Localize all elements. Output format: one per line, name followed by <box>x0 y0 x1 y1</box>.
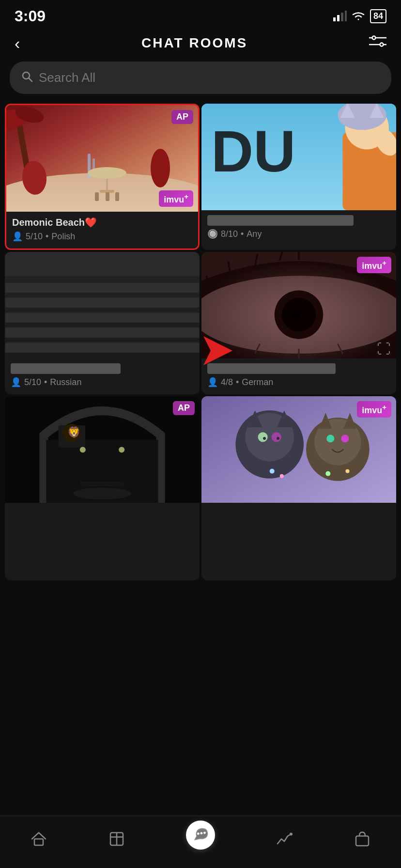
svg-text:⛶: ⛶ <box>377 342 390 357</box>
status-icons: 84 <box>333 9 386 23</box>
occupancy-icon-1: 👤 <box>12 231 23 242</box>
room-info-2: 🔘 8/10 • Any <box>201 210 396 246</box>
signal-icon <box>333 11 347 21</box>
svg-point-83 <box>290 833 293 836</box>
room-card-1[interactable]: AP imvu+ Demonic Beach❤️ 👤 5/10 • Polish <box>5 104 200 250</box>
room-image-2: DU <box>201 104 396 210</box>
occupancy-1: 5/10 <box>26 232 43 242</box>
room-card-2[interactable]: DU 🔘 8/10 • Any <box>201 104 396 250</box>
search-bar[interactable] <box>10 62 391 94</box>
language-4: German <box>242 377 273 388</box>
svg-point-70 <box>325 471 330 476</box>
room-card-6[interactable]: ● ● imvu+ <box>201 396 396 580</box>
language-3: Russian <box>50 377 81 388</box>
room-meta-2: 🔘 8/10 • Any <box>207 229 390 239</box>
imvu-badge-6: imvu+ <box>357 401 391 418</box>
svg-point-4 <box>372 36 375 40</box>
filter-button[interactable] <box>369 34 386 52</box>
ap-badge-5: AP <box>173 401 195 415</box>
language-2: Any <box>247 229 262 239</box>
svg-point-71 <box>345 469 349 473</box>
svg-rect-50 <box>107 489 114 498</box>
room-card-5[interactable]: 🦁 AP <box>5 396 200 580</box>
svg-point-51 <box>80 447 86 453</box>
svg-point-69 <box>280 474 284 478</box>
svg-rect-73 <box>34 839 43 845</box>
svg-point-68 <box>270 469 275 474</box>
svg-rect-47 <box>80 481 124 486</box>
room-info-4: 👤 4/8 • German <box>201 358 396 394</box>
room-name-2 <box>207 215 354 226</box>
imvu-badge-1: imvu+ <box>159 190 193 207</box>
header: ‹ CHAT ROOMS <box>0 29 401 62</box>
svg-rect-25 <box>106 192 109 201</box>
room-meta-1: 👤 5/10 • Polish <box>12 231 192 242</box>
svg-text:🦁: 🦁 <box>67 426 81 439</box>
occupancy-icon-3: 👤 <box>11 377 21 388</box>
svg-rect-3 <box>345 11 347 21</box>
svg-point-80 <box>197 833 200 835</box>
nav-chat[interactable] <box>176 824 225 853</box>
occupancy-3: 5/10 <box>24 377 41 388</box>
nav-home[interactable] <box>20 826 57 852</box>
page-title: CHAT ROOMS <box>141 35 247 51</box>
language-1: Polish <box>51 232 75 242</box>
battery-icon: 84 <box>370 9 386 23</box>
imvu-badge-4: imvu+ <box>357 257 391 273</box>
occupancy-4: 4/8 <box>221 377 233 388</box>
svg-text:♥: ♥ <box>291 307 301 326</box>
svg-rect-2 <box>341 13 343 21</box>
search-container <box>0 62 401 104</box>
nav-bag[interactable] <box>344 826 381 852</box>
room-meta-3: 👤 5/10 • Russian <box>11 377 194 388</box>
svg-rect-0 <box>333 17 336 21</box>
room-card-4[interactable]: ♥ ⛶ imvu+ 👤 4/8 • <box>201 252 396 394</box>
search-input[interactable] <box>39 70 380 85</box>
room-name-3 <box>11 363 121 374</box>
back-button[interactable]: ‹ <box>15 35 20 51</box>
room-image-5: 🦁 AP <box>5 396 200 503</box>
occupancy-icon-4: 👤 <box>207 377 218 388</box>
svg-point-18 <box>151 149 170 187</box>
room-name-1: Demonic Beach❤️ <box>12 217 192 228</box>
status-time: 3:09 <box>15 7 46 25</box>
ap-badge-1: AP <box>171 110 193 124</box>
room-image-3 <box>5 252 200 358</box>
svg-point-66 <box>326 435 334 443</box>
svg-point-82 <box>203 832 206 834</box>
search-icon <box>21 71 33 85</box>
room-info-3: 👤 5/10 • Russian <box>5 358 200 394</box>
room-image-4: ♥ ⛶ imvu+ <box>201 252 396 358</box>
svg-point-67 <box>341 435 349 443</box>
svg-point-7 <box>380 43 383 46</box>
occupancy-icon-2: 🔘 <box>207 229 218 239</box>
svg-text:DU: DU <box>211 119 295 184</box>
wifi-icon <box>352 11 365 21</box>
svg-rect-26 <box>115 192 119 201</box>
svg-rect-48 <box>83 489 90 498</box>
svg-rect-49 <box>95 489 102 498</box>
status-bar: 3:09 84 <box>0 0 401 29</box>
svg-text:●: ● <box>276 434 280 442</box>
room-info-1: Demonic Beach❤️ 👤 5/10 • Polish <box>6 212 198 248</box>
svg-point-22 <box>88 167 126 179</box>
room-image-6: ● ● imvu+ <box>201 396 396 503</box>
bottom-nav <box>0 816 401 868</box>
room-name-4 <box>207 363 336 374</box>
rooms-grid: AP imvu+ Demonic Beach❤️ 👤 5/10 • Polish <box>0 104 401 580</box>
svg-rect-24 <box>95 192 99 201</box>
svg-point-52 <box>119 447 124 453</box>
svg-point-81 <box>200 832 203 835</box>
svg-line-11 <box>29 78 32 81</box>
room-image-1: AP imvu+ <box>6 105 198 212</box>
svg-rect-1 <box>337 15 339 21</box>
room-meta-4: 👤 4/8 • German <box>207 377 390 388</box>
svg-rect-84 <box>356 836 369 846</box>
nav-feed[interactable] <box>266 826 303 852</box>
occupancy-2: 8/10 <box>221 229 238 239</box>
nav-store[interactable] <box>98 826 135 852</box>
room-card-3[interactable]: 👤 5/10 • Russian <box>5 252 200 394</box>
svg-text:●: ● <box>262 434 267 442</box>
